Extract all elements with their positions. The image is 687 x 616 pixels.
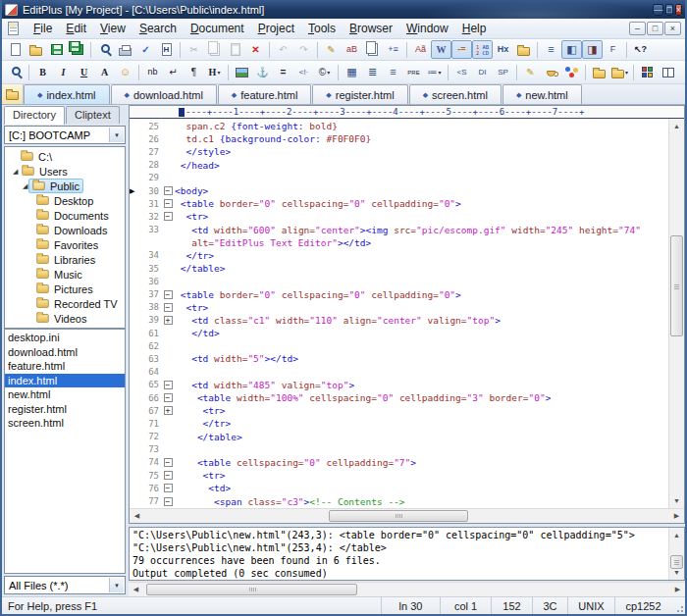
italic-button[interactable]: I [53,63,74,81]
scroll-right-arrow[interactable]: ▶ [670,583,685,596]
file-item-desktop.ini[interactable]: desktop.ini [5,331,125,345]
special-character-button[interactable]: ©▾ [314,63,335,81]
code-line-72[interactable]: 72 </table> [130,431,668,443]
code-line-74[interactable]: 74− <table cellspacing="0" cellpadding="… [130,456,668,469]
tree-item-libraries[interactable]: Libraries [5,252,125,267]
mdi-minimize-button[interactable]: – [629,22,646,35]
output-window[interactable]: "C:\Users\Public\new.html"(243,3): <tabl… [129,527,685,581]
view-in-browser-button[interactable] [5,63,26,81]
tab-feature.html[interactable]: ◆feature.html [218,84,311,104]
split-window-button[interactable] [658,63,678,81]
delete-button[interactable]: ✕ [245,40,266,59]
tree-item-recorded-tv[interactable]: Recorded TV [5,296,125,311]
minimize-button[interactable]: — [653,4,663,16]
marker-button[interactable]: ✎ [321,40,342,59]
sidebar-tab-cliptext[interactable]: Cliptext [66,106,120,124]
code-line-64[interactable]: 64 [130,366,668,379]
collapse-fold-icon[interactable]: − [164,199,173,208]
print-preview-button[interactable] [94,40,115,59]
menu-file[interactable]: File [26,20,59,37]
code-area[interactable]: 25 span.c2 {font-weight: bold}26 td.c1 {… [130,119,684,508]
show-output-window-button[interactable]: ≡ [541,40,561,59]
tree-item-music[interactable]: Music [5,267,125,282]
folder-options-button[interactable]: ▾ [609,63,630,81]
code-line-38[interactable]: 38− <tr> [130,301,668,314]
expand-fold-icon[interactable]: + [164,406,173,415]
scroll-right-arrow[interactable]: ▶ [669,509,684,523]
save-button[interactable] [46,40,67,59]
expand-arrow-icon[interactable]: ◢ [13,168,22,176]
object-tag-button[interactable] [541,63,561,81]
code-line-61[interactable]: 61 </td> [130,327,668,339]
tree-item-users[interactable]: ◢Users [5,164,125,179]
collapse-fold-icon[interactable]: − [164,471,173,480]
output-line[interactable]: "C:\Users\Public\new.html"(243,3): <tabl… [132,529,667,541]
code-line-73[interactable]: 73 [130,443,668,456]
code-line-31[interactable]: 31− <table border="0" cellspacing="0" ce… [130,197,668,210]
html-template-button[interactable]: H [156,40,177,59]
output-line[interactable]: Output completed (0 sec consumed) [132,567,667,580]
code-line-25[interactable]: 25 span.c2 {font-weight: bold} [130,120,668,132]
scrollbar-thumb[interactable] [329,510,467,522]
menu-tools[interactable]: Tools [301,20,343,37]
code-line-76[interactable]: 76− <td> [130,482,668,494]
collapse-fold-icon[interactable]: − [164,484,173,492]
new-file-button[interactable] [5,40,26,59]
scroll-down-arrow[interactable]: ▼ [669,565,684,580]
line-numbers-button[interactable]: 1 AB2 CD [472,40,493,59]
file-item-new.html[interactable]: new.html [5,387,125,402]
code-line-77[interactable]: 77− <span class="c3"><!-- Contents --> [130,494,668,507]
code-line-39[interactable]: 39+ <td class="c1" width="110" align="ce… [130,314,668,327]
scroll-left-arrow[interactable]: ◀ [130,509,144,523]
applet-tag-button[interactable] [561,63,582,81]
code-line-30[interactable]: ▶30−<body> [130,184,668,197]
file-item-feature.html[interactable]: feature.html [5,359,125,374]
match-list-button[interactable]: +≡ [383,40,403,59]
code-line-71[interactable]: 71 </tr> [130,417,668,430]
show-function-list-button[interactable]: F [603,40,623,59]
code-line-32[interactable]: 32− <tr> [130,210,668,223]
file-item-index.html[interactable]: index.html [5,374,125,388]
tree-item-c-[interactable]: C:\ [5,149,125,164]
code-line-63[interactable]: 63 <td width="5"></td> [130,352,668,365]
dir-tag-button[interactable]: DI [472,63,493,81]
show-cliptext-window-button[interactable]: ◨ [582,40,603,59]
list-tag-button[interactable]: ≔▾ [424,63,445,81]
insert-table-button[interactable]: ▦ [342,63,362,81]
collapse-fold-icon[interactable]: − [164,393,173,402]
anchor-tag-button[interactable]: ⚓ [252,63,273,81]
code-line-26[interactable]: 26 td.c1 {background-color: #F0F0F0} [130,132,668,145]
set-directory-button[interactable] [513,40,534,59]
collapse-fold-icon[interactable]: − [164,381,173,389]
output-line[interactable]: 79 occurrences have been found in 6 file… [132,554,667,567]
context-help-button[interactable]: ↖? [630,40,651,59]
bold-button[interactable]: B [32,63,53,81]
output-horizontal-scrollbar[interactable]: ◀ ▶ [129,582,685,596]
tree-item-downloads[interactable]: Downloads [5,223,125,237]
hex-view-button[interactable]: Hx [493,40,513,59]
underline-button[interactable]: U [74,63,94,81]
redo-button[interactable]: ↷ [293,40,314,59]
expand-fold-icon[interactable]: + [164,316,173,325]
syntax-colors-button[interactable] [637,63,658,81]
collapse-fold-icon[interactable]: − [164,290,173,299]
tree-item-documents[interactable]: Documents [5,208,125,223]
show-directory-window-button[interactable]: ◧ [561,40,582,59]
heading-tag-button[interactable]: H▾ [204,63,225,81]
tab-folder-button[interactable] [2,84,24,104]
code-line-67[interactable]: 67+ <tr> [130,404,668,417]
word-wrap-button[interactable]: W [431,40,451,59]
tree-item-public[interactable]: ◢Public [5,179,125,193]
drive-selector[interactable]: [C:] BOOTCAMP ▼ [4,126,126,144]
collapse-fold-icon[interactable]: − [164,458,173,467]
line-break-tag-button[interactable]: ↵ [163,63,184,81]
open-folder-button[interactable] [589,63,609,81]
scrollbar-thumb[interactable] [146,584,357,595]
tab-register.html[interactable]: ◆register.html [312,84,407,104]
ruler-toggle-button[interactable]: -= [451,40,472,59]
tab-screen.html[interactable]: ◆screen.html [409,84,502,104]
preformatted-tag-button[interactable]: PRE [403,63,424,81]
code-line-29[interactable]: 29 [130,172,668,184]
code-line-33[interactable]: 33 <td width="600" align="center"><img s… [130,224,668,236]
scroll-left-arrow[interactable]: ◀ [129,583,143,596]
